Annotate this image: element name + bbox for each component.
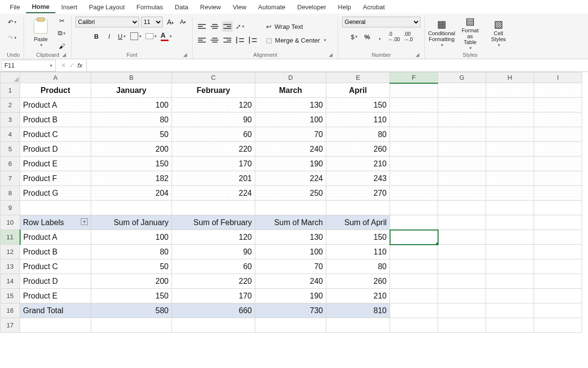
- cell-H16[interactable]: [486, 303, 534, 318]
- fill-color-button[interactable]: ▾: [145, 31, 158, 42]
- row-header-9[interactable]: 9: [0, 201, 20, 215]
- menu-item-file[interactable]: File: [4, 1, 26, 13]
- cell-I13[interactable]: [534, 259, 582, 274]
- cell-E3[interactable]: 110: [326, 113, 390, 127]
- cell-B13[interactable]: 50: [91, 259, 172, 274]
- cell-E6[interactable]: 210: [326, 157, 390, 171]
- cell-I6[interactable]: [534, 157, 582, 171]
- align-middle-button[interactable]: [209, 21, 220, 32]
- row-header-8[interactable]: 8: [0, 186, 20, 201]
- font-size-select[interactable]: 11: [141, 17, 163, 27]
- cell-H3[interactable]: [486, 113, 534, 127]
- spreadsheet-grid[interactable]: ABCDEFGHI1ProductJanuaryFebruaryMarchApr…: [0, 72, 582, 333]
- align-center-button[interactable]: [209, 35, 220, 46]
- cell-G2[interactable]: [438, 98, 486, 113]
- cell-A4[interactable]: Product C: [20, 127, 91, 142]
- row-header-7[interactable]: 7: [0, 171, 20, 186]
- name-box[interactable]: F11 ▾: [1, 60, 56, 71]
- menu-item-automate[interactable]: Automate: [252, 1, 292, 13]
- cell-D4[interactable]: 70: [255, 127, 326, 142]
- cell-A5[interactable]: Product D: [20, 142, 91, 157]
- cell-H6[interactable]: [486, 157, 534, 171]
- cell-G16[interactable]: [438, 303, 486, 318]
- column-header-F[interactable]: F: [390, 72, 438, 83]
- cell-E13[interactable]: 80: [326, 259, 390, 274]
- cell-A11[interactable]: Product A: [20, 230, 91, 245]
- cell-C12[interactable]: 90: [172, 245, 255, 259]
- column-header-I[interactable]: I: [534, 72, 582, 83]
- menu-item-page-layout[interactable]: Page Layout: [83, 1, 131, 13]
- cell-B5[interactable]: 200: [91, 142, 172, 157]
- column-header-A[interactable]: A: [20, 72, 91, 83]
- cell-I17[interactable]: [534, 318, 582, 333]
- cell-H12[interactable]: [486, 245, 534, 259]
- select-all-button[interactable]: [0, 72, 20, 83]
- cell-G15[interactable]: [438, 289, 486, 303]
- cell-A17[interactable]: [20, 318, 91, 333]
- cell-A12[interactable]: Product B: [20, 245, 91, 259]
- undo-button[interactable]: ↶ ▾: [7, 17, 18, 27]
- cell-C14[interactable]: 220: [172, 274, 255, 289]
- cell-D8[interactable]: 250: [255, 186, 326, 201]
- row-header-16[interactable]: 16: [0, 303, 20, 318]
- number-launcher-icon[interactable]: ◢: [415, 52, 420, 58]
- cell-G7[interactable]: [438, 171, 486, 186]
- cell-B8[interactable]: 204: [91, 186, 172, 201]
- cell-B2[interactable]: 100: [91, 98, 172, 113]
- cell-C16[interactable]: 660: [172, 303, 255, 318]
- cell-C15[interactable]: 170: [172, 289, 255, 303]
- cell-E11[interactable]: 150: [326, 230, 390, 245]
- cell-B15[interactable]: 150: [91, 289, 172, 303]
- cell-D5[interactable]: 240: [255, 142, 326, 157]
- cell-A13[interactable]: Product C: [20, 259, 91, 274]
- cell-B10[interactable]: Sum of January: [91, 215, 172, 230]
- menu-item-insert[interactable]: Insert: [55, 1, 83, 13]
- cell-A10[interactable]: Row Labels▾: [20, 215, 91, 230]
- cell-I14[interactable]: [534, 274, 582, 289]
- cell-B14[interactable]: 200: [91, 274, 172, 289]
- cell-B3[interactable]: 80: [91, 113, 172, 127]
- cell-F4[interactable]: [390, 127, 438, 142]
- decrease-decimal-button[interactable]: .00→.0: [403, 30, 414, 43]
- cell-F10[interactable]: [390, 215, 438, 230]
- cell-G12[interactable]: [438, 245, 486, 259]
- bold-button[interactable]: B: [91, 31, 102, 42]
- menu-item-acrobat[interactable]: Acrobat: [357, 1, 391, 13]
- cell-A14[interactable]: Product D: [20, 274, 91, 289]
- redo-button[interactable]: ↷ ▾: [7, 32, 18, 43]
- comma-format-button[interactable]: ,: [374, 31, 385, 42]
- percent-format-button[interactable]: %: [362, 31, 372, 42]
- cell-H4[interactable]: [486, 127, 534, 142]
- cell-D10[interactable]: Sum of March: [255, 215, 326, 230]
- font-name-select[interactable]: Calibri: [75, 17, 139, 27]
- cell-C7[interactable]: 201: [172, 171, 255, 186]
- cell-F9[interactable]: [390, 201, 438, 215]
- cell-G1[interactable]: [438, 83, 486, 98]
- cell-I5[interactable]: [534, 142, 582, 157]
- cell-E12[interactable]: 110: [326, 245, 390, 259]
- clipboard-launcher-icon[interactable]: ◢: [61, 52, 67, 58]
- cell-H10[interactable]: [486, 215, 534, 230]
- cell-D9[interactable]: [255, 201, 326, 215]
- cell-I1[interactable]: [534, 83, 582, 98]
- cell-C1[interactable]: February: [172, 83, 255, 98]
- cell-E14[interactable]: 260: [326, 274, 390, 289]
- cell-I11[interactable]: [534, 230, 582, 245]
- font-launcher-icon[interactable]: ◢: [182, 52, 188, 58]
- cell-A8[interactable]: Product G: [20, 186, 91, 201]
- conditional-formatting-button[interactable]: ▦ Conditional Formatting▾: [429, 18, 454, 49]
- cell-C5[interactable]: 220: [172, 142, 255, 157]
- menu-item-help[interactable]: Help: [332, 1, 357, 13]
- menu-item-home[interactable]: Home: [26, 1, 55, 13]
- cell-A6[interactable]: Product E: [20, 157, 91, 171]
- cell-I9[interactable]: [534, 201, 582, 215]
- italic-button[interactable]: I: [104, 31, 115, 42]
- cell-styles-button[interactable]: ▧ Cell Styles▾: [486, 18, 511, 49]
- cell-H15[interactable]: [486, 289, 534, 303]
- cell-H13[interactable]: [486, 259, 534, 274]
- format-as-table-button[interactable]: ▤ Format as Table▾: [457, 18, 483, 49]
- align-top-button[interactable]: [196, 21, 207, 32]
- cell-I4[interactable]: [534, 127, 582, 142]
- cell-F15[interactable]: [390, 289, 438, 303]
- cell-F11[interactable]: [390, 230, 438, 245]
